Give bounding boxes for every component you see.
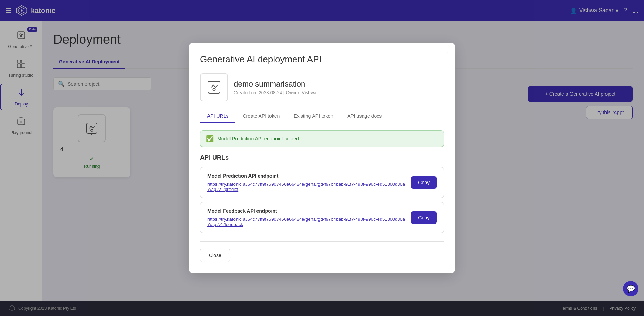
modal-project-icon [200, 73, 228, 101]
success-banner: ✅ Model Prediction API endpoint copied [200, 130, 444, 147]
modal-project-meta: Created on: 2023-08-24 | Owner: Vishwa [234, 90, 316, 95]
copy-prediction-button[interactable]: Copy [411, 176, 437, 189]
modal-project-name: demo summarisation [234, 80, 316, 89]
chat-bubble-button[interactable]: 💬 [623, 281, 638, 296]
svg-point-14 [213, 89, 215, 91]
modal-overlay: · Generative AI deployment API demo summ… [0, 0, 644, 316]
api-section-title: API URLs [200, 154, 444, 162]
endpoint-info-prediction: Model Prediction API endpoint https://tr… [207, 173, 405, 192]
endpoint-info-feedback: Model Feedback API endpoint https://try.… [207, 208, 405, 227]
success-message: Model Prediction API endpoint copied [217, 136, 299, 142]
endpoint-label-prediction: Model Prediction API endpoint [207, 173, 405, 179]
modal-tab-api-urls[interactable]: API URLs [200, 110, 235, 123]
endpoint-url-prediction[interactable]: https://try.katonic.ai/64c77ff9f75907450… [207, 181, 405, 192]
modal-tab-create-api-token[interactable]: Create API token [235, 110, 287, 123]
copy-feedback-button[interactable]: Copy [411, 211, 437, 224]
endpoint-card-feedback: Model Feedback API endpoint https://try.… [200, 202, 444, 233]
chat-icon: 💬 [626, 284, 635, 293]
modal-tab-existing-api-token[interactable]: Existing API token [287, 110, 340, 123]
api-modal: · Generative AI deployment API demo summ… [189, 43, 455, 273]
modal-project-details: demo summarisation Created on: 2023-08-2… [234, 80, 316, 95]
endpoint-card-prediction: Model Prediction API endpoint https://tr… [200, 167, 444, 198]
endpoint-label-feedback: Model Feedback API endpoint [207, 208, 405, 214]
modal-footer: Close [200, 241, 444, 262]
modal-tabs: API URLs Create API token Existing API t… [200, 110, 444, 123]
success-icon: ✅ [206, 135, 214, 143]
endpoint-url-feedback[interactable]: https://try.katonic.ai/64c77ff9f75907450… [207, 217, 405, 227]
modal-close-button[interactable]: · [446, 48, 448, 56]
svg-rect-13 [208, 81, 220, 93]
modal-project-info: demo summarisation Created on: 2023-08-2… [200, 73, 444, 101]
modal-tab-api-usage-docs[interactable]: API usage docs [340, 110, 389, 123]
modal-title: Generative AI deployment API [200, 54, 444, 65]
modal-close-btn[interactable]: Close [200, 249, 230, 262]
